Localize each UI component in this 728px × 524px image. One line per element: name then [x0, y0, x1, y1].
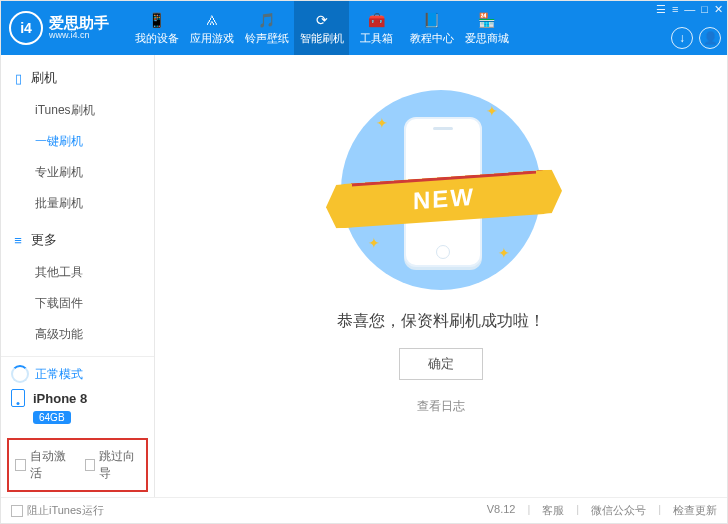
- sidebar-item-batch-flash[interactable]: 批量刷机: [1, 188, 154, 219]
- flash-options-box: 自动激活 跳过向导: [7, 438, 148, 492]
- sidebar: ▯ 刷机 iTunes刷机 一键刷机 专业刷机 批量刷机 ≡ 更多 其他工具 下…: [1, 55, 155, 497]
- ringtone-icon: 🎵: [258, 10, 275, 30]
- minimize-icon[interactable]: —: [684, 3, 695, 16]
- nav-store[interactable]: 🏪爱思商城: [459, 1, 514, 55]
- main-panel: NEW ✦✦✦✦ 恭喜您，保资料刷机成功啦！ 确定 查看日志: [155, 55, 727, 497]
- checkbox-icon: [15, 459, 26, 471]
- sidebar-item-itunes-flash[interactable]: iTunes刷机: [1, 95, 154, 126]
- nav-flash[interactable]: ⟳智能刷机: [294, 1, 349, 55]
- more-icon: ≡: [11, 233, 25, 248]
- device-panel: 正常模式 iPhone 8 64GB: [1, 356, 154, 432]
- sidebar-section-more[interactable]: ≡ 更多: [1, 225, 154, 255]
- maximize-icon[interactable]: □: [701, 3, 708, 16]
- phone-icon: ▯: [11, 71, 25, 86]
- nav-tutorials[interactable]: 📘教程中心: [404, 1, 459, 55]
- nav-my-device[interactable]: 📱我的设备: [129, 1, 184, 55]
- status-bar: 阻止iTunes运行 V8.12 | 客服 | 微信公众号 | 检查更新: [1, 497, 727, 523]
- device-icon: [11, 389, 25, 407]
- user-controls: ↓ 👤: [671, 27, 721, 49]
- close-icon[interactable]: ✕: [714, 3, 723, 16]
- nav-label: 工具箱: [360, 32, 393, 45]
- app-logo: i4 爱思助手 www.i4.cn: [9, 1, 129, 55]
- success-illustration: NEW ✦✦✦✦: [326, 75, 556, 305]
- skip-guide-checkbox[interactable]: 跳过向导: [85, 448, 141, 482]
- logo-badge-icon: i4: [9, 11, 43, 45]
- tutorial-icon: 📘: [423, 10, 440, 30]
- nav-label: 爱思商城: [465, 32, 509, 45]
- sidebar-item-pro-flash[interactable]: 专业刷机: [1, 157, 154, 188]
- section-title: 刷机: [31, 69, 57, 87]
- store-icon: 🏪: [478, 10, 495, 30]
- sidebar-item-advanced[interactable]: 高级功能: [1, 319, 154, 350]
- section-title: 更多: [31, 231, 57, 249]
- download-manager-button[interactable]: ↓: [671, 27, 693, 49]
- checkbox-icon: [11, 505, 23, 517]
- nav-label: 智能刷机: [300, 32, 344, 45]
- window-controls: ☰ ≡ — □ ✕: [656, 3, 723, 16]
- top-nav: 📱我的设备 ⩓应用游戏 🎵铃声壁纸 ⟳智能刷机 🧰工具箱 📘教程中心 🏪爱思商城: [129, 1, 727, 55]
- nav-label: 教程中心: [410, 32, 454, 45]
- check-update-link[interactable]: 检查更新: [673, 503, 717, 518]
- nav-label: 应用游戏: [190, 32, 234, 45]
- auto-activate-checkbox[interactable]: 自动激活: [15, 448, 71, 482]
- view-log-link[interactable]: 查看日志: [417, 398, 465, 415]
- nav-apps-games[interactable]: ⩓应用游戏: [184, 1, 239, 55]
- mode-label: 正常模式: [35, 366, 83, 383]
- checkbox-label: 自动激活: [30, 448, 71, 482]
- capacity-badge: 64GB: [33, 411, 71, 424]
- support-link[interactable]: 客服: [542, 503, 564, 518]
- device-icon: 📱: [148, 10, 165, 30]
- checkbox-icon: [85, 459, 96, 471]
- flash-icon: ⟳: [316, 10, 328, 30]
- sidebar-item-other-tools[interactable]: 其他工具: [1, 257, 154, 288]
- apps-icon: ⩓: [205, 10, 219, 30]
- mode-row[interactable]: 正常模式: [11, 365, 144, 383]
- titlebar: i4 爱思助手 www.i4.cn 📱我的设备 ⩓应用游戏 🎵铃声壁纸 ⟳智能刷…: [1, 1, 727, 55]
- brand-name: 爱思助手: [49, 15, 109, 32]
- sidebar-item-oneclick-flash[interactable]: 一键刷机: [1, 126, 154, 157]
- list-icon[interactable]: ≡: [672, 3, 678, 16]
- ok-button[interactable]: 确定: [399, 348, 483, 380]
- toolbox-icon: 🧰: [368, 10, 385, 30]
- nav-toolbox[interactable]: 🧰工具箱: [349, 1, 404, 55]
- sidebar-item-download-firmware[interactable]: 下载固件: [1, 288, 154, 319]
- wechat-link[interactable]: 微信公众号: [591, 503, 646, 518]
- version-label: V8.12: [487, 503, 516, 518]
- checkbox-label: 跳过向导: [99, 448, 140, 482]
- nav-label: 我的设备: [135, 32, 179, 45]
- device-name: iPhone 8: [33, 391, 87, 406]
- brand-url: www.i4.cn: [49, 31, 109, 41]
- sidebar-section-flash[interactable]: ▯ 刷机: [1, 63, 154, 93]
- account-button[interactable]: 👤: [699, 27, 721, 49]
- spinner-icon: [11, 365, 29, 383]
- block-itunes-checkbox[interactable]: 阻止iTunes运行: [11, 503, 104, 518]
- nav-ringtones[interactable]: 🎵铃声壁纸: [239, 1, 294, 55]
- nav-label: 铃声壁纸: [245, 32, 289, 45]
- checkbox-label: 阻止iTunes运行: [27, 503, 104, 518]
- menu-icon[interactable]: ☰: [656, 3, 666, 16]
- success-message: 恭喜您，保资料刷机成功啦！: [337, 311, 545, 332]
- device-row[interactable]: iPhone 8: [11, 389, 144, 407]
